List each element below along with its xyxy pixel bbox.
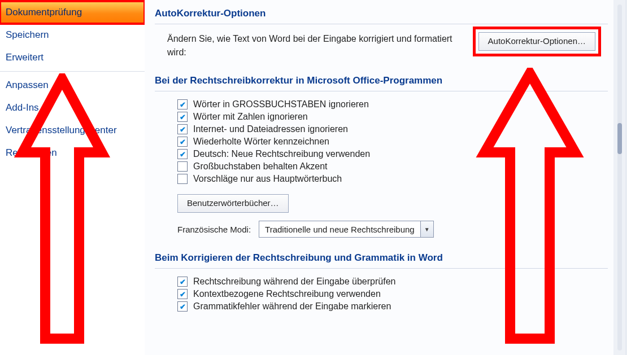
- chevron-down-icon[interactable]: ▼: [420, 221, 433, 237]
- user-dictionaries-button[interactable]: Benutzerwörterbücher…: [177, 194, 289, 213]
- checkbox-label: Großbuchstaben behalten Akzent: [193, 161, 328, 172]
- checkbox-label: Grammatikfehler während der Eingabe mark…: [193, 301, 391, 312]
- checkbox-label: Internet- und Dateiadressen ignorieren: [193, 124, 348, 134]
- sidebar-item-speichern[interactable]: Speichern: [0, 24, 145, 46]
- checkbox-label: Rechtschreibung während der Eingabe über…: [193, 277, 395, 287]
- checkbox-label: Vorschläge nur aus Hauptwörterbuch: [193, 174, 342, 184]
- sidebar-item-erweitert[interactable]: Erweitert: [0, 46, 145, 69]
- checkbox-row: Wörter mit Zahlen ignorieren: [177, 112, 595, 122]
- checkbox-label: Wörter in GROSSBUCHSTABEN ignorieren: [193, 99, 369, 109]
- checkbox-label: Wörter mit Zahlen ignorieren: [193, 112, 308, 122]
- checkbox[interactable]: [177, 174, 188, 184]
- checkbox[interactable]: [177, 161, 188, 172]
- checkbox-row: Großbuchstaben behalten Akzent: [177, 161, 595, 172]
- french-modes-value: Traditionelle und neue Rechtschreibung: [259, 225, 420, 234]
- section-spellcheck-title: Bei der Rechtschreibkorrektur in Microso…: [155, 67, 608, 91]
- autokorrektur-description: Ändern Sie, wie Text von Word bei der Ei…: [167, 32, 458, 59]
- checkbox-row: Grammatikfehler während der Eingabe mark…: [177, 301, 595, 312]
- checkbox-label: Wiederholte Wörter kennzeichnen: [193, 137, 329, 147]
- sidebar: DokumentprüfungSpeichernErweitertAnpasse…: [0, 0, 145, 355]
- checkbox-label: Deutsch: Neue Rechtschreibung verwenden: [193, 149, 370, 159]
- checkbox[interactable]: [177, 112, 188, 122]
- checkbox-row: Vorschläge nur aus Hauptwörterbuch: [177, 174, 595, 184]
- checkbox[interactable]: [177, 137, 188, 147]
- checkbox[interactable]: [177, 301, 188, 312]
- checkbox[interactable]: [177, 277, 188, 287]
- autokorrektur-options-button[interactable]: AutoKorrektur-Optionen…: [478, 32, 595, 51]
- checkbox[interactable]: [177, 99, 188, 109]
- sidebar-item-ressourcen[interactable]: Ressourcen: [0, 142, 145, 164]
- options-main: AutoKorrektur-Optionen Ändern Sie, wie T…: [145, 0, 613, 355]
- checkbox[interactable]: [177, 289, 188, 299]
- sidebar-item-dokumentpr-fung[interactable]: Dokumentprüfung: [0, 1, 145, 24]
- checkbox-label: Kontextbezogene Rechtschreibung verwende…: [193, 289, 381, 299]
- french-modes-label: Französische Modi:: [177, 225, 251, 234]
- scrollbar[interactable]: [613, 0, 626, 355]
- sidebar-item-vertrauensstellungscenter[interactable]: Vertrauensstellungscenter: [0, 119, 145, 142]
- section-word-title: Beim Korrigieren der Rechtschreibung und…: [155, 244, 608, 269]
- checkbox-row: Wiederholte Wörter kennzeichnen: [177, 137, 595, 147]
- checkbox[interactable]: [177, 124, 188, 134]
- french-modes-select[interactable]: Traditionelle und neue Rechtschreibung▼: [259, 221, 434, 238]
- section-autokorrektur-title: AutoKorrektur-Optionen: [155, 0, 608, 24]
- checkbox-row: Internet- und Dateiadressen ignorieren: [177, 124, 595, 134]
- checkbox-row: Deutsch: Neue Rechtschreibung verwenden: [177, 149, 595, 159]
- checkbox-row: Kontextbezogene Rechtschreibung verwende…: [177, 289, 595, 299]
- checkbox-row: Wörter in GROSSBUCHSTABEN ignorieren: [177, 99, 595, 109]
- sidebar-item-anpassen[interactable]: Anpassen: [0, 74, 145, 97]
- checkbox[interactable]: [177, 149, 188, 159]
- sidebar-item-add-ins[interactable]: Add-Ins: [0, 97, 145, 119]
- checkbox-row: Rechtschreibung während der Eingabe über…: [177, 277, 595, 287]
